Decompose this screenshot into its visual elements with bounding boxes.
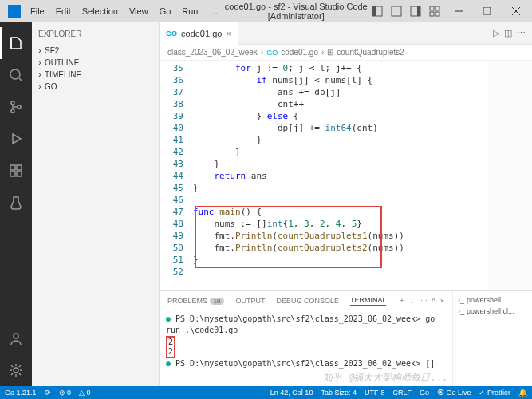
- editor-tabs: GO code01.go × ▷ ◫ ⋯: [160, 22, 532, 45]
- terminal[interactable]: ● PS D:\mysetup\gopath\src\sf2\class_202…: [160, 310, 452, 386]
- tab-problems[interactable]: PROBLEMS 10: [167, 297, 224, 305]
- menu-go[interactable]: Go: [155, 4, 176, 18]
- status-go-version[interactable]: Go 1.21.1: [5, 389, 37, 397]
- svg-point-16: [11, 109, 14, 113]
- activity-extensions-icon[interactable]: [0, 155, 32, 187]
- close-button[interactable]: [503, 0, 529, 22]
- code-editor[interactable]: 353637383940414243444546474849505152 for…: [160, 61, 532, 290]
- svg-rect-4: [417, 6, 420, 16]
- activity-scm-icon[interactable]: [0, 91, 32, 123]
- tab-code01[interactable]: GO code01.go ×: [160, 22, 238, 45]
- svg-point-17: [18, 105, 21, 109]
- status-tab-size[interactable]: Tab Size: 4: [321, 389, 357, 397]
- minimap[interactable]: [488, 61, 532, 290]
- terminal-icon: ›_: [458, 296, 464, 304]
- menu-more[interactable]: …: [205, 4, 223, 18]
- status-bell-icon[interactable]: 🔔: [518, 389, 527, 397]
- status-encoding[interactable]: UTF-8: [365, 389, 385, 397]
- vscode-logo-icon: [8, 5, 21, 18]
- window-title: code01.go - sf2 - Visual Studio Code [Ad…: [223, 2, 370, 21]
- editor-more-icon[interactable]: ⋯: [517, 28, 526, 38]
- go-file-icon: GO: [166, 30, 177, 38]
- layout-toggle-left-icon[interactable]: [370, 4, 384, 18]
- status-bar: Go 1.21.1 ⟳ ⊘ 0 △ 0 Ln 42, Col 10 Tab Si…: [0, 386, 532, 399]
- menu-file[interactable]: File: [26, 4, 49, 18]
- svg-rect-1: [372, 6, 376, 16]
- menu-selection[interactable]: Selection: [77, 4, 123, 18]
- svg-rect-8: [435, 12, 439, 16]
- customize-layout-icon[interactable]: [428, 4, 442, 18]
- sb-section-go[interactable]: ›GO: [32, 81, 159, 93]
- panel-more-icon[interactable]: ⋯: [420, 297, 428, 305]
- svg-rect-7: [430, 12, 434, 16]
- menu-edit[interactable]: Edit: [51, 4, 76, 18]
- svg-line-14: [19, 78, 22, 81]
- terminal-icon: ›_: [458, 307, 464, 315]
- title-bar: File Edit Selection View Go Run … code01…: [0, 0, 532, 22]
- tab-close-icon[interactable]: ×: [226, 29, 231, 38]
- go-file-icon: GO: [266, 49, 278, 57]
- split-editor-icon[interactable]: ◫: [504, 28, 512, 38]
- svg-rect-20: [10, 172, 15, 176]
- status-lang[interactable]: Go: [420, 389, 429, 397]
- status-sync-icon[interactable]: ⟳: [45, 389, 51, 397]
- panel-tabs: PROBLEMS 10 OUTPUT DEBUG CONSOLE TERMINA…: [160, 291, 452, 310]
- status-warnings[interactable]: △ 0: [79, 389, 91, 397]
- svg-point-15: [11, 101, 14, 105]
- svg-rect-2: [392, 6, 401, 16]
- terminal-dropdown-icon[interactable]: ⌄: [409, 297, 416, 305]
- close-panel-icon[interactable]: ×: [440, 297, 444, 305]
- activity-explorer-icon[interactable]: [0, 27, 32, 59]
- status-eol[interactable]: CRLF: [392, 389, 412, 397]
- menu-view[interactable]: View: [124, 4, 153, 18]
- editor-area: GO code01.go × ▷ ◫ ⋯ class_2023_06_02_we…: [160, 22, 532, 386]
- activity-account-icon[interactable]: [0, 322, 32, 354]
- svg-point-13: [10, 69, 20, 79]
- terminal-list: ›_powershell ›_powershell cl...: [452, 291, 532, 386]
- status-prettier[interactable]: ✓ Prettier: [479, 389, 510, 397]
- symbol-icon: ⊞: [327, 48, 333, 57]
- layout-toggle-right-icon[interactable]: [408, 4, 423, 18]
- explorer-more-icon[interactable]: ⋯: [144, 30, 152, 38]
- layout-toggle-bottom-icon[interactable]: [389, 4, 404, 18]
- sb-section-timeline[interactable]: ›TIMELINE: [32, 69, 159, 81]
- tab-output[interactable]: OUTPUT: [235, 297, 265, 305]
- shell-item[interactable]: ›_powershell cl...: [456, 306, 529, 317]
- line-gutter: 353637383940414243444546474849505152: [160, 61, 193, 290]
- shell-item[interactable]: ›_powershell: [456, 294, 529, 306]
- activity-debug-icon[interactable]: [0, 123, 32, 155]
- maximize-panel-icon[interactable]: ^: [432, 297, 435, 305]
- svg-rect-6: [435, 6, 439, 10]
- bottom-panel: PROBLEMS 10 OUTPUT DEBUG CONSOLE TERMINA…: [160, 290, 532, 386]
- tab-debug-console[interactable]: DEBUG CONSOLE: [276, 297, 339, 305]
- new-terminal-icon[interactable]: +: [400, 297, 404, 305]
- sb-section-outline[interactable]: ›OUTLINE: [32, 57, 159, 69]
- minimize-button[interactable]: [446, 0, 471, 22]
- svg-point-22: [14, 334, 18, 338]
- explorer-sidebar: EXPLORER ⋯ ›SF2 ›OUTLINE ›TIMELINE ›GO: [32, 22, 160, 386]
- sb-section-sf2[interactable]: ›SF2: [32, 45, 159, 57]
- explorer-title: EXPLORER: [38, 30, 81, 38]
- svg-rect-5: [430, 6, 434, 10]
- tab-terminal[interactable]: TERMINAL: [350, 296, 387, 306]
- activity-settings-icon[interactable]: [0, 354, 32, 386]
- activity-testing-icon[interactable]: [0, 187, 32, 219]
- maximize-button[interactable]: [475, 0, 500, 22]
- watermark-text: 知乎 @福大大架构师每日...: [323, 372, 447, 383]
- status-ln-col[interactable]: Ln 42, Col 10: [270, 389, 313, 397]
- run-icon[interactable]: ▷: [493, 28, 499, 38]
- svg-rect-10: [483, 7, 491, 14]
- activity-search-icon[interactable]: [0, 59, 32, 91]
- menu-run[interactable]: Run: [177, 4, 203, 18]
- status-golive[interactable]: ⦿ Go Live: [437, 389, 471, 397]
- svg-rect-21: [17, 172, 22, 176]
- svg-point-23: [14, 368, 18, 373]
- breadcrumb[interactable]: class_2023_06_02_week› GO code01.go› ⊞ c…: [160, 45, 532, 61]
- svg-rect-18: [10, 165, 15, 170]
- status-errors[interactable]: ⊘ 0: [59, 389, 72, 397]
- svg-rect-19: [17, 165, 22, 170]
- activity-bar: [0, 22, 32, 386]
- menu-bar: File Edit Selection View Go Run …: [26, 4, 223, 18]
